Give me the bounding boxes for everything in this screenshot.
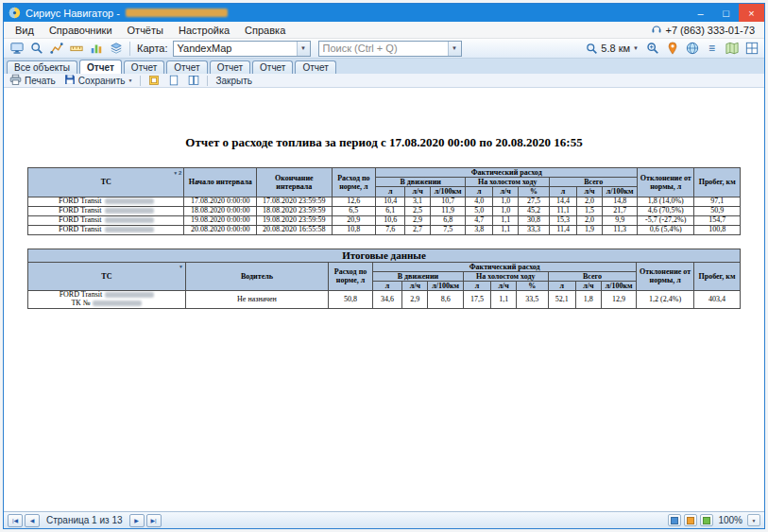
zoom-in-icon[interactable] — [643, 40, 661, 57]
tab-report-6[interactable]: Отчет — [295, 60, 335, 74]
col-header-moving: В движении — [372, 271, 463, 281]
globe-icon[interactable] — [683, 40, 701, 57]
tab-all-objects[interactable]: Все объекты — [7, 60, 77, 74]
cell: 45,2 — [519, 206, 550, 215]
col-header-actual: Фактический расход — [372, 262, 636, 271]
zoom-level: 100% — [718, 515, 742, 525]
col-header-mileage: Пробег, км — [693, 262, 740, 291]
save-button[interactable]: Сохранить ▼ — [61, 74, 136, 87]
cell: 7,5 — [431, 225, 466, 234]
toolbar-right-group: 5.8 км ▼ ≡ — [583, 40, 760, 57]
page-setup-button[interactable] — [145, 74, 162, 87]
redacted-vehicle-name — [105, 208, 154, 214]
tab-report-4[interactable]: Отчет — [210, 60, 250, 74]
minimize-button[interactable]: – — [688, 4, 713, 22]
support-contact: +7 (863) 333-01-73 — [651, 24, 760, 37]
cell: 6,8 — [431, 215, 466, 225]
cell: 3,8 — [466, 225, 493, 234]
view-mode-whole-button[interactable] — [700, 514, 713, 526]
cell: 7,6 — [376, 225, 405, 234]
window-controls: – □ × — [688, 4, 764, 22]
search-icon[interactable] — [27, 40, 45, 57]
status-bar: |◀ ◀ Страница 1 из 13 ▶ ▶| 100% ▼ — [4, 511, 764, 528]
next-page-button[interactable]: ▶ — [129, 514, 145, 527]
cell-start: 20.08.2020 0:00:00 — [184, 225, 257, 234]
redacted-company-name — [126, 9, 228, 17]
prev-page-button[interactable]: ◀ — [25, 514, 40, 527]
tab-report-3[interactable]: Отчет — [166, 60, 207, 74]
floppy-icon — [64, 74, 76, 87]
menu-directories[interactable]: Справочники — [42, 22, 120, 38]
cell: 2,5 — [405, 206, 431, 215]
col-header-interval-end: Окончание интервала — [256, 168, 332, 197]
col-header-deviation: Отклонение от нормы, л — [638, 168, 694, 197]
close-button[interactable]: × — [739, 4, 764, 22]
col-header-deviation: Отклонение от нормы, л — [637, 262, 693, 291]
map-icon[interactable] — [723, 40, 741, 57]
map-select[interactable]: YandexMap ▼ — [173, 41, 311, 57]
redacted-vehicle-name — [105, 198, 154, 204]
cell: 20,9 — [332, 215, 376, 225]
col-header-tc[interactable]: ТС ▼ — [28, 262, 186, 291]
cell: 52,1 — [548, 291, 575, 309]
view-mode-width-button[interactable] — [684, 514, 697, 526]
unit-header: л/100км — [601, 281, 637, 290]
grid-icon[interactable] — [742, 40, 760, 57]
pin-icon[interactable] — [663, 40, 681, 57]
header-row: ТС ▼ 2 Начало интервала Окончание интерв… — [28, 168, 741, 178]
track-icon[interactable] — [47, 40, 65, 57]
cell: 0,6 (5,4%) — [638, 225, 694, 234]
menu-reports[interactable]: Отчёты — [120, 22, 171, 38]
cell-tc: FORD Transit — [28, 225, 184, 234]
cell: 3,1 — [405, 197, 431, 206]
tab-report-1[interactable]: Отчет — [79, 60, 122, 74]
summary-title: Итоговые данные — [28, 249, 741, 262]
cell-end: 20.08.2020 16:55:58 — [256, 225, 332, 234]
chart-icon[interactable] — [87, 40, 105, 57]
search-box[interactable]: ▼ — [318, 41, 462, 57]
menu-view[interactable]: Вид — [8, 22, 42, 38]
list-icon[interactable]: ≡ — [703, 40, 721, 57]
cell: 27,5 — [519, 197, 550, 206]
ruler-icon[interactable] — [67, 40, 85, 57]
single-page-view-button[interactable] — [165, 74, 182, 87]
map-scale-control[interactable]: 5.8 км ▼ — [583, 40, 641, 57]
menu-help[interactable]: Справка — [237, 22, 293, 38]
chevron-down-icon[interactable]: ▼ — [297, 42, 310, 56]
print-button[interactable]: Печать — [7, 74, 59, 87]
chevron-down-icon[interactable]: ▼ — [448, 42, 461, 56]
cell: 1,0 — [493, 206, 519, 215]
cell: -5,7 (-27,2%) — [638, 215, 694, 225]
view-mode-single-button[interactable] — [668, 514, 681, 526]
last-page-button[interactable]: ▶| — [146, 514, 162, 527]
two-page-view-button[interactable] — [185, 74, 202, 87]
close-report-button[interactable]: Закрыть — [213, 74, 255, 87]
toolbar-separator — [140, 76, 141, 86]
zoom-dropdown-button[interactable]: ▼ — [747, 514, 760, 526]
summary-table: Итоговые данные ТС ▼ Водитель Расход по … — [27, 249, 741, 309]
report-area: Отчет о расходе топлива за период с 17.0… — [4, 88, 764, 511]
maximize-button[interactable]: □ — [713, 4, 739, 22]
col-header-tc[interactable]: ТС ▼ 2 — [28, 168, 184, 197]
layers-icon[interactable] — [107, 40, 125, 57]
cell-start: 18.08.2020 0:00:00 — [184, 206, 257, 215]
cell-tc: FORD Transit — [28, 206, 184, 215]
unit-header: л/ч — [575, 281, 601, 290]
tab-report-2[interactable]: Отчет — [124, 60, 164, 74]
sort-order-badge: 2 — [179, 170, 181, 177]
cell: 1,0 — [493, 197, 519, 206]
sort-arrow-icon: ▼ — [179, 265, 183, 270]
menu-settings[interactable]: Настройка — [171, 22, 237, 38]
first-page-button[interactable]: |◀ — [8, 514, 23, 527]
chevron-down-icon[interactable]: ▼ — [633, 45, 639, 51]
monitor-icon[interactable] — [8, 40, 26, 57]
cell: 100,8 — [694, 225, 741, 234]
cell: 34,6 — [372, 291, 401, 309]
table-row: FORD Transit ТК № Не назначен 50,8 34,6 … — [28, 291, 741, 309]
col-header-mileage: Пробег, км — [694, 168, 741, 197]
col-header-driver: Водитель — [185, 262, 328, 291]
search-input[interactable] — [319, 43, 448, 54]
cell: 8,6 — [428, 291, 464, 309]
tab-report-5[interactable]: Отчет — [252, 60, 293, 74]
titlebar: Сириус Навигатор - – □ × — [4, 4, 764, 22]
